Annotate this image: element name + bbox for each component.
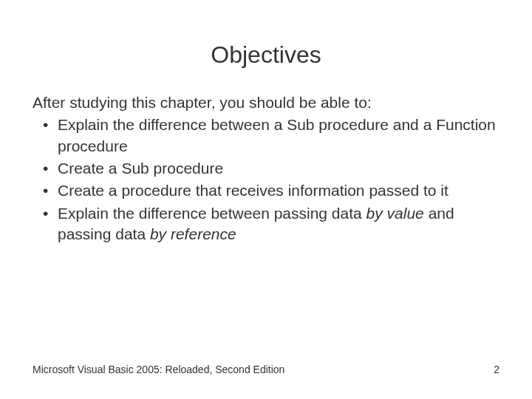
bullet-text: Explain the difference between passing d… <box>58 205 366 222</box>
bullet-list: Explain the difference between a Sub pro… <box>33 115 499 245</box>
page-number: 2 <box>494 364 499 375</box>
bullet-text: Create a procedure that receives informa… <box>58 182 449 199</box>
list-item: Explain the difference between passing d… <box>33 203 499 245</box>
footer-left: Microsoft Visual Basic 2005: Reloaded, S… <box>33 364 284 375</box>
slide-content: After studying this chapter, you should … <box>0 92 532 245</box>
bullet-em: by value <box>366 205 424 222</box>
bullet-em: by reference <box>150 225 236 242</box>
list-item: Create a Sub procedure <box>33 158 499 179</box>
intro-text: After studying this chapter, you should … <box>33 92 499 113</box>
list-item: Create a procedure that receives informa… <box>33 180 499 201</box>
slide: Objectives After studying this chapter, … <box>0 0 532 399</box>
bullet-text: Explain the difference between a Sub pro… <box>58 116 496 154</box>
bullet-text: Create a Sub procedure <box>58 160 223 177</box>
slide-title: Objectives <box>0 0 532 92</box>
slide-footer: Microsoft Visual Basic 2005: Reloaded, S… <box>33 364 499 375</box>
list-item: Explain the difference between a Sub pro… <box>33 115 499 157</box>
